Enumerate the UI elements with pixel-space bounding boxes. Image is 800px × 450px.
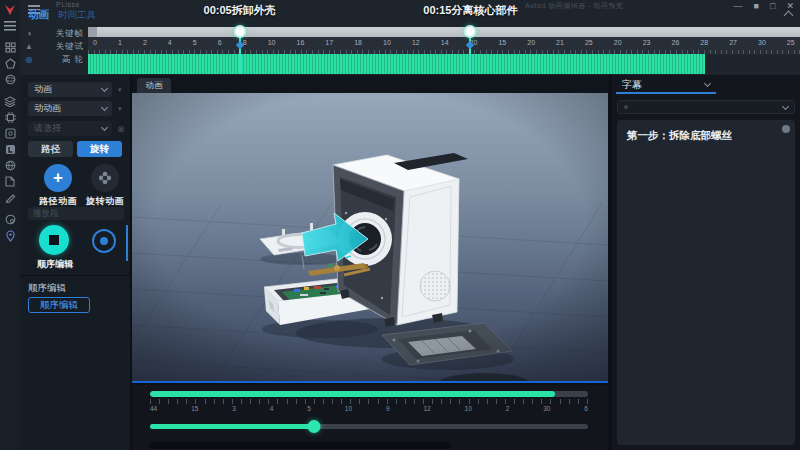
chevron-down-icon: [101, 85, 108, 92]
document-tool-icon[interactable]: [2, 174, 18, 189]
animation-tool-panel: 动画 ▾ 动动画 ▾ 请选择 ⊗ 路径 旋转 + 路径动画 旋转动画 播放段 顺…: [20, 75, 130, 450]
globe-tool-icon[interactable]: [2, 158, 18, 173]
ruler-number: 2: [506, 405, 510, 412]
pen-tool-icon[interactable]: [2, 190, 18, 205]
playback-ticks: [150, 399, 588, 404]
sphere-tool-icon[interactable]: [2, 72, 18, 87]
ruler-number: 30: [758, 39, 766, 46]
ruler-number: 0: [93, 39, 97, 46]
panel-scrollbar[interactable]: [126, 225, 128, 261]
subtitle-panel: 字幕 第一步：拆除底部螺丝: [612, 75, 800, 450]
ruler-number: 10: [465, 405, 472, 412]
ruler-number: 14: [441, 39, 449, 46]
track-row[interactable]: ◑ 关键帧: [20, 27, 88, 40]
chip-tool-icon[interactable]: [2, 110, 18, 125]
keyframe-density-bar: [88, 54, 705, 74]
l-badge-icon[interactable]: [2, 142, 18, 157]
slider-thumb[interactable]: [308, 420, 321, 433]
tab-animation[interactable]: 动画: [28, 8, 49, 22]
track-label: 关键试: [38, 41, 88, 53]
ruler-number: 17: [325, 39, 333, 46]
ruler-number: 20: [527, 39, 535, 46]
playback-slider[interactable]: [150, 424, 588, 429]
rotate-icon: [98, 171, 112, 185]
motion-animation-dropdown[interactable]: 动动画: [28, 101, 112, 116]
textarea-scrollbar[interactable]: [782, 125, 790, 133]
chevron-down-icon: [782, 102, 789, 109]
animation-type-dropdown[interactable]: 动画: [28, 82, 112, 97]
ruler-number: 5: [193, 39, 197, 46]
ruler-number: 4: [270, 405, 274, 412]
sequence-edit-mode-label: 顺序编辑: [28, 258, 82, 271]
sequence-edit-section-title: 顺序编辑: [28, 282, 66, 295]
bottom-shadow-strip: [150, 442, 450, 449]
track-row[interactable]: ◎ 高 轮: [20, 53, 88, 66]
sequence-edit-record-button[interactable]: [39, 225, 69, 255]
track-icon: ▲: [20, 42, 38, 51]
left-icon-rail: [0, 0, 20, 450]
ruler-number: 23: [643, 39, 651, 46]
ruler-number: 18: [354, 39, 362, 46]
subtitle-dropdown[interactable]: [617, 100, 795, 114]
path-toggle-button[interactable]: 路径: [28, 141, 73, 157]
viewport-3d-scene[interactable]: [132, 93, 608, 383]
menu-icon[interactable]: [2, 18, 18, 33]
dropdown-expander-icon[interactable]: ▾: [118, 105, 122, 113]
ruler-number: 3: [232, 405, 236, 412]
rotate-animation-button[interactable]: [91, 164, 119, 192]
subtitle-tab-label: 字幕: [622, 78, 642, 92]
ruler-number: 21: [556, 39, 564, 46]
center-dot-icon: [100, 237, 108, 245]
app-window: PLisse Autod 动画编辑器 - 动画预览 —■□✕ 动画 时间工具 ◑…: [0, 0, 800, 450]
ruler-number: 2: [143, 39, 147, 46]
clear-selection-icon[interactable]: ⊗: [117, 124, 125, 134]
ruler-number: 6: [218, 39, 222, 46]
ruler-number: 16: [297, 39, 305, 46]
app-logo-icon: [2, 2, 18, 17]
ruler-number: 9: [386, 405, 390, 412]
palette-tool-icon[interactable]: [2, 212, 18, 227]
timeline-scrub-strip[interactable]: [88, 27, 800, 37]
track-icon: ◑: [20, 29, 38, 38]
ruler-number: 26: [671, 39, 679, 46]
subtitle-tab[interactable]: 字幕: [616, 77, 716, 94]
disabled-input[interactable]: 播放段: [28, 207, 124, 220]
board-tool-icon[interactable]: [2, 126, 18, 141]
sequence-edit-button[interactable]: 顺序编辑: [28, 297, 90, 313]
track-label: 高 轮: [38, 54, 88, 66]
chevron-down-icon: [704, 80, 711, 87]
keyframe-track[interactable]: [88, 54, 800, 74]
track-row[interactable]: ▲ 关键试: [20, 40, 88, 53]
viewport-tab-animation[interactable]: 动画: [137, 78, 171, 93]
dot-icon: [624, 105, 628, 109]
ruler-number: 4: [168, 39, 172, 46]
ruler-number: 15: [498, 39, 506, 46]
timeline-ruler-zone: 0124568101617181012142015202125202326282…: [88, 0, 800, 75]
playback-ruler-numbers: 441534510912102306: [150, 405, 588, 412]
ruler-number: 10: [268, 39, 276, 46]
rotate-toggle-button[interactable]: 旋转: [77, 141, 122, 157]
subtitle-textarea[interactable]: 第一步：拆除底部螺丝: [617, 120, 795, 445]
marker-handle[interactable]: [233, 25, 246, 38]
polygon-tool-icon[interactable]: [2, 56, 18, 71]
ruler-number: 5: [307, 405, 311, 412]
layers-tool-icon[interactable]: [2, 94, 18, 109]
slider-fill: [150, 424, 314, 429]
playback-progress-bar[interactable]: [150, 391, 588, 397]
dropdown-expander-icon[interactable]: ▾: [118, 86, 122, 94]
grid-tool-icon[interactable]: [2, 40, 18, 55]
add-path-animation-button[interactable]: +: [44, 164, 72, 192]
ruler-number: 12: [423, 405, 430, 412]
ruler-number: 6: [584, 405, 588, 412]
track-label: 关键帧: [38, 28, 88, 40]
dropdown-placeholder: 请选择: [34, 122, 61, 135]
target-ring-button[interactable]: [92, 229, 116, 253]
marker-handle[interactable]: [464, 25, 477, 38]
ruler-number: 25: [585, 39, 593, 46]
exploded-machine-illustration: [132, 93, 608, 381]
ruler-number: 28: [700, 39, 708, 46]
disabled-dropdown[interactable]: 请选择: [28, 121, 112, 136]
pin-tool-icon[interactable]: [2, 228, 18, 243]
viewport-header: 动画: [132, 75, 608, 93]
menu-text: PLisse: [56, 1, 80, 8]
